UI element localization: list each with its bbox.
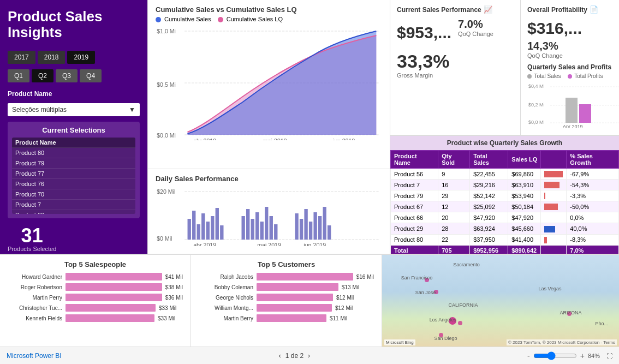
year-2017-button[interactable]: 2017 — [8, 51, 35, 64]
cell-qty: 20 — [438, 212, 470, 223]
product-name-dropdown[interactable]: Seleções múltiplas ▼ — [8, 103, 140, 116]
quarterly-legend: Total Sales Total Profits — [527, 73, 612, 79]
cumulative-chart: $1,0 Mi $0,5 Mi $0,0 Mi — [156, 26, 382, 146]
gross-margin-label: Gross Margin — [397, 72, 514, 79]
salesperson-name: Christopher Tuc... — [8, 305, 62, 311]
map-label: Los Angeles — [430, 317, 456, 323]
products-count: 31 — [8, 226, 56, 246]
zoom-controls: - + 84% ⛶ — [527, 351, 612, 360]
q1-button[interactable]: Q1 — [8, 69, 29, 82]
products-selected-stat: 31 Products Selected — [8, 226, 56, 252]
purple-dot-icon — [568, 74, 572, 79]
svg-rect-33 — [313, 212, 317, 240]
year-2019-button[interactable]: 2019 — [67, 51, 95, 64]
daily-chart-title: Daily Sales Performance — [156, 175, 382, 183]
right-panel: Current Sales Performance 📈 $953,... 7.0… — [390, 0, 619, 254]
salesperson-bar — [66, 273, 162, 281]
customer-bar-row: William Montg... $12 Mil — [199, 304, 374, 312]
svg-text:$0,0 Mi: $0,0 Mi — [528, 120, 545, 125]
q3-button[interactable]: Q3 — [56, 69, 78, 82]
sales-value-group: $953,... — [397, 18, 451, 42]
customer-bar-row: Bobby Coleman $13 Mil — [199, 283, 374, 291]
selection-item[interactable]: Product 80 — [12, 148, 135, 158]
daily-chart: $20 Mil $0 Mil — [156, 186, 382, 246]
svg-text:$1,0 Mi: $1,0 Mi — [157, 28, 176, 34]
cell-qty: 22 — [438, 234, 470, 245]
cell-product-name: Product 66 — [391, 212, 438, 223]
map-background: Pho...San DiegoARIZONALos AngelesLas Veg… — [382, 255, 619, 347]
cell-product-name: Product 56 — [391, 169, 438, 180]
profitability-title: Overall Profitability 📄 — [527, 5, 612, 14]
middle-panel: Cumulative Sales vs Cumulative Sales LQ … — [147, 0, 390, 254]
pink-dot-icon — [218, 17, 223, 22]
salesperson-bar-row: Kenneth Fields $33 Mil — [8, 314, 183, 322]
cell-total-sales: $52,142 — [470, 190, 508, 201]
sales-numbers-row: $953,... 7.0% QoQ Change — [397, 18, 514, 42]
cumulative-chart-title: Cumulative Sales vs Cumulative Sales LQ — [156, 5, 382, 14]
zoom-level: 84% — [588, 353, 600, 359]
sales-perf-title: Current Sales Performance 📈 — [397, 5, 514, 14]
customer-name: William Montg... — [199, 305, 253, 311]
cell-qty: 28 — [438, 223, 470, 234]
year-2018-button[interactable]: 2018 — [38, 51, 66, 64]
cell-growth-pct: -50,0% — [567, 201, 619, 212]
customer-value: $13 Mil — [342, 284, 359, 290]
bing-logo: Microsoft Bing — [384, 339, 415, 345]
map-label: CALIFORNIA — [449, 302, 478, 308]
selection-item[interactable]: Product 79 — [12, 158, 135, 169]
salesperson-name: Howard Gardner — [8, 274, 62, 280]
svg-rect-24 — [255, 212, 259, 240]
customer-value: $12 Mil — [335, 305, 353, 311]
prev-page-button[interactable]: ‹ — [279, 352, 281, 360]
selection-item[interactable]: Product 7 — [12, 200, 135, 210]
profit-qoq-label: QoQ Change — [527, 52, 612, 59]
power-bi-brand[interactable]: Microsoft Power BI — [7, 352, 62, 360]
product-table: Product Name Qty Sold Total Sales Sales … — [390, 150, 619, 254]
map-label: San Francisco — [401, 275, 433, 281]
customer-bar-row: George Nichols $12 Mil — [199, 294, 374, 301]
selection-item[interactable]: Product 77 — [12, 169, 135, 179]
zoom-slider[interactable] — [533, 351, 577, 360]
customer-name: Martin Berry — [199, 315, 253, 321]
cell-total-sales: $25,092 — [470, 201, 508, 212]
selection-item[interactable]: Product 70 — [12, 189, 135, 200]
col-growth-pct: % Sales Growth — [567, 151, 619, 169]
svg-rect-18 — [211, 216, 214, 240]
cell-bar — [541, 223, 567, 234]
cell-growth-pct: 40,0% — [567, 223, 619, 234]
cell-product-name: Product 67 — [391, 201, 438, 212]
products-label: Products Selected — [8, 246, 56, 252]
bottom-section: Top 5 Salespeople Howard Gardner $41 Mil… — [0, 254, 619, 347]
fullscreen-icon[interactable]: ⛶ — [606, 353, 612, 359]
customer-bar — [257, 304, 332, 312]
q2-button[interactable]: Q2 — [32, 69, 53, 82]
next-page-button[interactable]: › — [308, 352, 310, 360]
svg-rect-30 — [300, 219, 303, 240]
document-icon: 📄 — [590, 5, 598, 14]
cell-sales-lq: $63,910 — [508, 180, 541, 190]
zoom-plus-button[interactable]: + — [580, 351, 585, 360]
total-sales: $952,956 — [470, 245, 508, 254]
customer-name: Ralph Jacobs — [199, 274, 253, 280]
quarterly-title: Quarterly Sales and Profits — [527, 63, 612, 71]
zoom-minus-button[interactable]: - — [527, 351, 530, 360]
svg-text:jun 2019: jun 2019 — [303, 242, 326, 246]
svg-text:$0,4 Mi: $0,4 Mi — [528, 83, 545, 89]
svg-rect-27 — [270, 216, 273, 240]
selection-item[interactable]: Product 69 — [12, 210, 135, 214]
cell-total-sales: $47,920 — [470, 212, 508, 223]
selection-item[interactable]: Product 76 — [12, 179, 135, 189]
map-label: Las Vegas — [538, 286, 561, 291]
cell-product-name: Product 7 — [391, 180, 438, 190]
salesperson-value: $33 Mil — [159, 305, 176, 311]
col-total-sales: Total Sales — [470, 151, 508, 169]
svg-rect-35 — [323, 207, 326, 240]
cell-total-sales: $63,924 — [470, 223, 508, 234]
cumulative-svg: $1,0 Mi $0,5 Mi $0,0 Mi — [156, 26, 382, 140]
svg-rect-28 — [274, 224, 277, 240]
q4-button[interactable]: Q4 — [80, 69, 102, 82]
svg-text:Apr 2019: Apr 2019 — [563, 124, 583, 128]
gross-margin-section: 33,3% Gross Margin — [397, 51, 514, 79]
salesperson-bar — [66, 283, 162, 291]
salesperson-bar-row: Martin Perry $36 Mil — [8, 294, 183, 301]
